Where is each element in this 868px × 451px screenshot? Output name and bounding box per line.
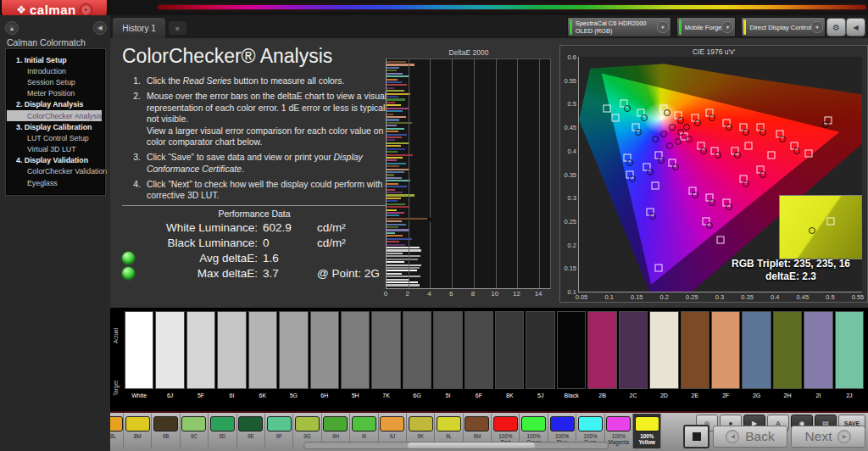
delta-bar[interactable] [387,276,420,277]
delta-bar[interactable] [387,209,397,211]
hardware-dropdown-0[interactable]: SpectraCal C6 HDR2000 OLED (RGB)▼ [567,17,671,37]
delta-bar[interactable] [387,116,406,118]
chevron-down-icon[interactable]: ▼ [721,21,733,33]
delta-bar[interactable] [387,79,398,81]
delta-bar[interactable] [387,171,404,173]
delta-bar[interactable] [387,249,421,251]
next-button[interactable]: Next ▶ [791,426,865,448]
tree-item-1-initial-setup[interactable]: 1. Initial Setup [7,54,104,65]
delta-bar[interactable] [387,281,418,283]
delta-bar[interactable] [387,75,409,77]
delta-bar[interactable] [387,261,404,263]
delta-bar[interactable] [387,169,409,170]
sidebar-collapse-button[interactable]: ◀ [93,21,107,35]
delta-bar[interactable] [387,192,403,193]
color-patch-100-yellow[interactable]: 100% Yellow [633,414,661,448]
delta-bar[interactable] [387,134,407,136]
delta-bar[interactable] [387,165,399,167]
delta-bar[interactable] [387,131,398,132]
delta-bar[interactable] [387,64,415,65]
patch-scrollbar-thumb[interactable] [408,443,535,448]
color-patch-8m[interactable]: 8M [124,414,152,448]
delta-bar[interactable] [387,235,403,237]
delta-bar[interactable] [387,279,409,281]
deltae-chart-plot[interactable] [386,58,551,289]
delta-bar[interactable] [387,96,398,97]
delta-bar[interactable] [387,81,402,83]
chevron-down-icon[interactable]: ▼ [811,21,823,33]
delta-bar[interactable] [387,136,402,138]
panel-collapse-button[interactable]: ◀ [846,18,865,36]
delta-bar[interactable] [387,241,399,242]
hardware-dropdown-2[interactable]: Direct Display Control▼ [741,17,826,37]
delta-bar[interactable] [387,108,409,109]
color-patch-9c[interactable]: 9C [181,414,209,448]
delta-bar[interactable] [387,93,410,95]
delta-bar[interactable] [387,119,399,120]
delta-bar[interactable] [387,244,405,246]
delta-bar[interactable] [387,200,398,202]
delta-bar[interactable] [387,180,410,181]
color-patch-100-magenta[interactable]: 100% Magenta [605,414,633,448]
delta-bar[interactable] [387,194,415,196]
delta-bar[interactable] [387,284,420,286]
delta-bar[interactable] [387,90,404,92]
delta-bar[interactable] [387,61,406,63]
delta-bar[interactable] [387,128,404,130]
tree-item-2-display-analysis[interactable]: 2. Display Analysis [7,99,104,110]
delta-bar[interactable] [387,214,399,216]
delta-bar[interactable] [387,259,418,260]
tree-item-colorchecker-analysis[interactable]: ColorChecker Analysis [7,110,102,121]
delta-bar[interactable] [387,142,409,144]
delta-bar[interactable] [387,174,394,175]
tree-item-4-display-validation[interactable]: 4. Display Validation [7,155,104,166]
color-patch-9e[interactable]: 9E [237,414,265,448]
delta-bar[interactable] [387,229,409,231]
delta-bar[interactable] [387,183,398,185]
tree-item-virtual-3d-lut[interactable]: Virtual 3D LUT [7,144,104,155]
delta-bar[interactable] [387,87,394,89]
delta-bar[interactable] [387,267,420,269]
delta-bar[interactable] [387,186,407,187]
delta-bar[interactable] [387,151,398,153]
delta-bar[interactable] [387,98,405,100]
logo-menu-chevron-icon[interactable]: ▼ [80,3,92,16]
delta-bar[interactable] [387,255,420,257]
delta-bar[interactable] [387,139,395,141]
patch-scrollbar[interactable] [303,442,609,449]
tree-item-3-display-calibration[interactable]: 3. Display Calibration [7,121,104,132]
tab-history[interactable]: History 1 [113,18,165,38]
tree-item-meter-position[interactable]: Meter Position [7,88,104,99]
color-patch-8l[interactable]: 8L [110,414,124,448]
chevron-down-icon[interactable]: ▼ [657,21,669,33]
delta-bar[interactable] [387,145,401,147]
delta-bar[interactable] [387,189,395,191]
color-patch-9d[interactable]: 9D [209,414,236,448]
delta-bar[interactable] [387,159,397,161]
delta-bar[interactable] [387,163,406,164]
delta-bar[interactable] [387,212,404,214]
delta-bar[interactable] [387,104,401,106]
delta-bar[interactable] [387,198,401,199]
stop-button[interactable] [683,425,709,448]
delta-bar[interactable] [387,247,420,248]
delta-bar[interactable] [387,232,395,234]
hardware-dropdown-1[interactable]: Mobile Forge▼ [676,17,737,37]
back-button[interactable]: ◀ Back [713,426,787,448]
color-patch-9b[interactable]: 9B [152,414,180,448]
tree-item-lut-control-setup[interactable]: LUT Control Setup [7,132,104,143]
delta-bar[interactable] [387,177,402,179]
delta-bar[interactable] [387,273,402,275]
delta-bar[interactable] [387,110,403,112]
delta-bar[interactable] [387,220,402,222]
delta-bar[interactable] [387,203,405,205]
delta-bar[interactable] [387,114,393,115]
tab-add-button[interactable]: ■ [169,21,186,35]
tree-item-colorchecker-validation[interactable]: ColorChecker Validation [7,166,104,177]
tree-item-introduction[interactable]: Introduction [7,65,104,76]
delta-bar[interactable] [387,73,403,75]
tree-item-eyeglass[interactable]: Eyeglass [7,177,104,188]
delta-bar[interactable] [387,84,407,86]
delta-bar[interactable] [387,70,397,71]
delta-bar[interactable] [387,224,406,226]
